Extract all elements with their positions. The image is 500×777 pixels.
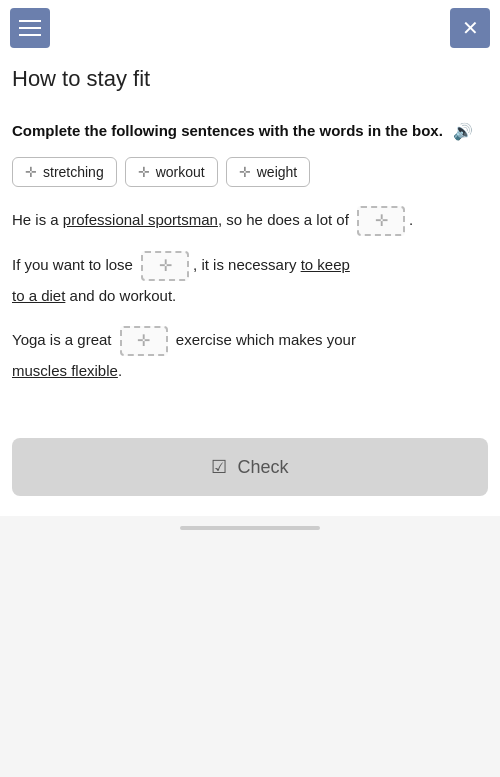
s2-text3: and do workout.: [65, 287, 176, 304]
audio-icon[interactable]: 🔊: [453, 121, 473, 143]
page-title: How to stay fit: [0, 56, 500, 108]
s3-underline1: muscles flexible: [12, 362, 118, 379]
drop-slot-2-inner: ✛: [143, 253, 187, 279]
check-icon: ☑: [211, 456, 227, 478]
drop-slot-3[interactable]: ✛: [120, 326, 168, 356]
sentences: He is a professional sportsman, so he do…: [12, 205, 488, 386]
word-chips: ✛ stretching ✛ workout ✛ weight: [12, 157, 488, 187]
drag-icon: ✛: [138, 164, 150, 180]
chip-label: weight: [257, 164, 297, 180]
sentence-3: Yoga is a great ✛ exercise which makes y…: [12, 325, 488, 386]
s1-text2: , so he does a lot of: [218, 211, 353, 228]
chip-weight[interactable]: ✛ weight: [226, 157, 310, 187]
bottom-line: [180, 526, 320, 530]
s3-text1: Yoga is a great: [12, 331, 116, 348]
drop-slot-1[interactable]: ✛: [357, 206, 405, 236]
check-button-wrap: ☑ Check: [0, 420, 500, 516]
content-area: Complete the following sentences with th…: [0, 108, 500, 420]
chip-label: stretching: [43, 164, 104, 180]
drop-slot-1-inner: ✛: [359, 208, 403, 234]
s3-text2: exercise which makes your: [172, 331, 356, 348]
instruction-text: Complete the following sentences with th…: [12, 122, 443, 139]
s1-text3: .: [409, 211, 413, 228]
s2-text2: , it is necessary: [193, 256, 301, 273]
chip-workout[interactable]: ✛ workout: [125, 157, 218, 187]
chip-stretching[interactable]: ✛ stretching: [12, 157, 117, 187]
drop-slot-2[interactable]: ✛: [141, 251, 189, 281]
sentence-1: He is a professional sportsman, so he do…: [12, 205, 488, 236]
drag-icon: ✛: [25, 164, 37, 180]
drag-icon: ✛: [239, 164, 251, 180]
s3-text3: .: [118, 362, 122, 379]
s2-text1: If you want to lose: [12, 256, 137, 273]
check-button-label: Check: [237, 457, 288, 478]
s1-underline1: professional sportsman: [63, 211, 218, 228]
menu-button[interactable]: [10, 8, 50, 48]
chip-label: workout: [156, 164, 205, 180]
top-bar: ✕: [0, 0, 500, 56]
instruction: Complete the following sentences with th…: [12, 120, 488, 143]
check-button[interactable]: ☑ Check: [12, 438, 488, 496]
sentence-2: If you want to lose ✛, it is necessary t…: [12, 250, 488, 311]
s1-text1: He is a: [12, 211, 63, 228]
drop-slot-3-inner: ✛: [122, 328, 166, 354]
close-button[interactable]: ✕: [450, 8, 490, 48]
